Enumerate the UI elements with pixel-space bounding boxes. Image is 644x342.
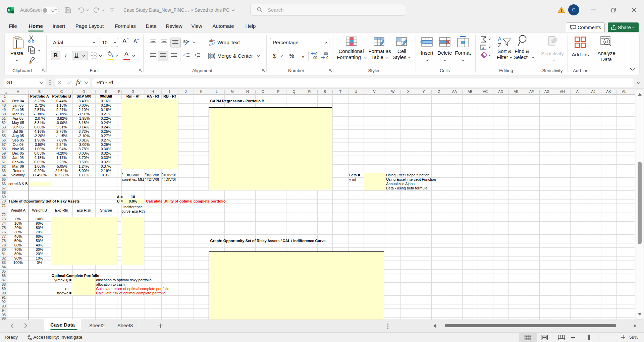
svg-text:Z: Z — [498, 42, 501, 48]
svg-text:X: X — [8, 8, 10, 12]
svg-text:.0: .0 — [314, 52, 317, 56]
svg-text:.0: .0 — [325, 56, 328, 60]
svg-text:c: c — [209, 42, 211, 46]
svg-text:A: A — [498, 36, 502, 43]
svg-text:.00: .00 — [312, 56, 317, 60]
svg-text:.00: .00 — [323, 52, 328, 56]
